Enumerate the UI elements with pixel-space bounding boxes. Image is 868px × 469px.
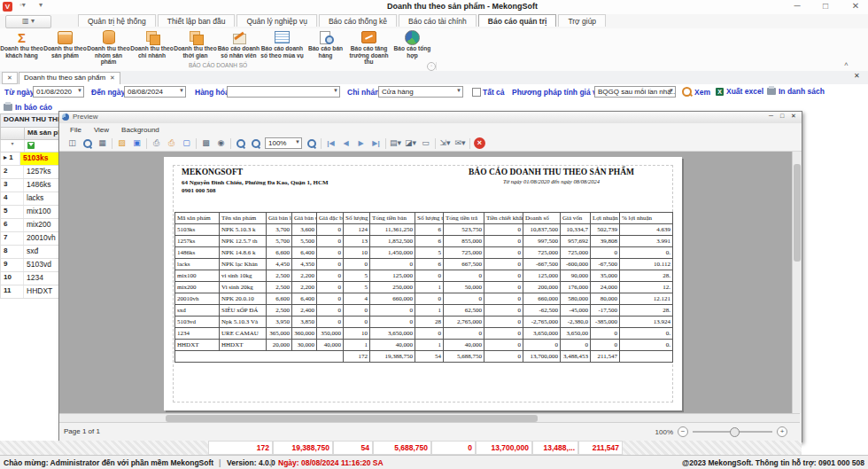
report-cell: 0 [484,270,523,282]
zoom-out-button[interactable]: − [678,426,688,437]
report-cell: SIÊU xỐP ĐÁ [220,305,267,317]
ribbon-collapse-icon[interactable]: ˄ [844,60,849,68]
report-cell: 0 [344,317,370,328]
chevron-down-icon[interactable]: ▼ [295,139,300,145]
ribbon-tab[interactable]: Báo cáo tài chính [399,14,477,27]
print-report-link[interactable]: In báo cáo [4,103,52,112]
zoom-slider-knob[interactable] [730,427,740,437]
to-date-input[interactable]: 08/08/2024▼ [124,86,186,98]
print-list-button[interactable]: In danh sách [767,87,825,96]
export-excel-button[interactable]: XXuất excel [716,87,763,96]
first-page-icon[interactable]: |◀ [325,137,337,149]
report-cell: 0 [484,224,523,236]
email-icon[interactable]: ✉▾ [454,137,466,149]
ribbon-button-squares[interactable]: Doanh thu theo chi nhánh [130,28,174,62]
ribbon-tab[interactable]: Báo cáo thống kê [319,14,397,27]
close-button[interactable]: ✕ [846,1,865,12]
ribbon-tab[interactable]: Trợ giúp [558,14,606,27]
row-number: 3 [1,179,24,192]
quick-print-icon[interactable]: ⎙ [166,137,177,149]
app-menu-button[interactable]: ▥ ▾ [5,15,51,28]
close-preview-icon[interactable]: × [474,137,485,149]
ribbon-button-cylinder[interactable]: Doanh thu theo nhóm sản phẩm [87,28,130,62]
quick-access-dropdown-icon[interactable]: ▾ [39,1,43,9]
filter-icon[interactable] [27,142,35,149]
ribbon-button-product-table[interactable]: Doanh thu theo sản phẩm [43,28,87,62]
view-button[interactable]: Xem [682,87,710,97]
checkbox-icon[interactable] [472,88,481,97]
zoom-slider[interactable] [693,431,772,433]
menu-file[interactable]: File [70,126,81,134]
zoom-out-icon[interactable] [250,137,261,149]
ribbon-button-sigma[interactable]: Doanh thu theo khách hàng [0,28,43,62]
zoom-in-icon[interactable] [306,137,317,149]
prev-page-icon[interactable]: ◀ [340,137,352,149]
ribbon-tab[interactable]: Báo cáo quản trị [478,14,557,27]
report-cell: 5 [415,247,444,259]
ribbon-button-chart[interactable]: Báo cáo tăng trưởng doanh thu [347,28,391,62]
watermark-icon[interactable]: ▭ [420,137,431,149]
ribbon-tab[interactable]: Quản trị hệ thống [78,14,156,27]
ribbon-tab[interactable]: Thiết lập ban đầu [158,14,236,27]
page-setup-icon[interactable]: ▢ [181,137,192,149]
background-icon[interactable]: ▩ [200,137,212,149]
menu-view[interactable]: View [94,126,109,134]
report-cell: -17,500 [591,305,620,317]
close-tab-button[interactable]: ✕ [2,72,18,84]
hand-tool-icon[interactable]: ◉ [215,137,227,149]
menu-background[interactable]: Background [121,126,159,134]
printer-icon [767,88,776,95]
ribbon-tab[interactable]: Quản lý nghiệp vụ [236,14,317,27]
report-cell: 6 [415,236,444,247]
print-icon[interactable]: ⎙ [151,137,162,149]
maximize-button[interactable]: □ [816,1,835,12]
export-icon[interactable]: ⇲▾ [439,137,451,149]
from-date-input[interactable]: 01/08/2020▼ [33,86,84,98]
chevron-down-icon[interactable]: ▼ [669,88,674,93]
page-color-icon[interactable]: ◪▾ [405,137,416,149]
product-code: sxđ [24,246,38,258]
group-dialog-launcher-icon[interactable]: ◦ [427,62,436,71]
to-date-label: Đến ngày [91,88,125,97]
report-cell: 523,750 [444,224,484,236]
statusbar-divider: | [270,458,272,467]
product-code: mix100 [24,206,50,218]
to-date-value: 08/08/2024 [128,88,163,96]
document-map-icon[interactable]: ◫ [66,137,78,149]
thumbnails-icon[interactable]: ▦ [97,137,108,149]
preview-titlebar[interactable]: Preview ─ □ ✕ [59,112,802,124]
open-icon[interactable]: ▨ [116,137,128,149]
preview-window-buttons[interactable]: ─ □ ✕ [769,113,799,120]
cost-method-select[interactable]: BQGQ sau mỗi lần nhậ...▼ [594,86,676,98]
branch-select[interactable]: Cửa hàng▼ [378,86,463,98]
report-cell: 0 [317,236,344,247]
all-checkbox[interactable]: Tất cả [472,88,505,97]
tab-close-icon[interactable]: ✕ [110,74,115,81]
zoom-combo[interactable]: 100%▼ [265,137,302,149]
ribbon-button-squares[interactable]: Doanh thu theo thời gian [174,28,217,62]
zoom-in-button[interactable]: + [777,426,787,437]
chevron-down-icon[interactable]: ▼ [333,88,338,93]
search-icon[interactable] [81,137,93,149]
save-icon[interactable]: ▣ [131,137,143,149]
chevron-down-icon[interactable]: ▼ [179,88,184,93]
magnifier-icon[interactable] [235,137,246,149]
row-number: 11 [1,285,24,298]
ribbon-button-grid[interactable]: Báo cáo doanh số theo mùa vụ [260,28,304,62]
chevron-down-icon[interactable]: ▼ [456,88,461,93]
chart-icon [360,30,378,44]
report-cell: 0 [415,328,444,340]
report-cell: 0. [620,247,673,259]
ribbon-button-pagesearch[interactable]: Báo cáo bán hàng [304,28,347,62]
multiple-pages-icon[interactable]: ▤▾ [390,137,401,149]
next-page-icon[interactable]: ▶ [355,137,367,149]
product-select[interactable]: ▼ [227,86,340,98]
last-page-icon[interactable]: ▶| [370,137,382,149]
minimize-button[interactable]: ─ [787,1,807,12]
ribbon-button-pen[interactable]: Báo cáo doanh số nhân viên [217,28,260,62]
preview-vertical-scrollbar[interactable] [792,152,802,413]
pane-close-icon[interactable]: ✕ [854,72,860,80]
chevron-down-icon[interactable]: ▼ [77,88,82,93]
ribbon-button-pie[interactable]: Báo cáo tổng hợp [391,28,434,62]
quick-access-icon[interactable]: ◦▾ [19,1,26,9]
